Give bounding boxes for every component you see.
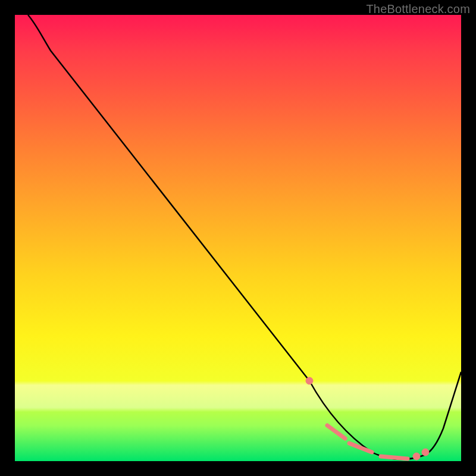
highlight-dot [422, 449, 429, 456]
highlight-dash [381, 456, 408, 459]
highlight-dot [413, 453, 420, 460]
highlight-dot [306, 377, 313, 384]
attribution-label: TheBottleneck.com [366, 2, 470, 16]
curve-layer [15, 15, 461, 461]
chart-frame: TheBottleneck.com [0, 0, 476, 476]
bottleneck-curve [28, 15, 461, 459]
